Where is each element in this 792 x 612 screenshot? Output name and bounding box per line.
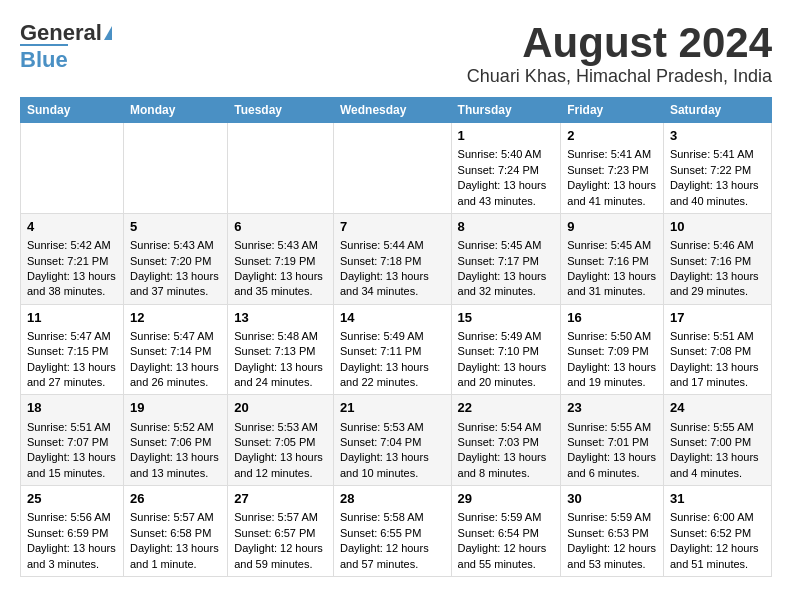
day-info: Sunrise: 5:53 AM xyxy=(340,420,445,435)
week-row-2: 4Sunrise: 5:42 AMSunset: 7:21 PMDaylight… xyxy=(21,213,772,304)
day-number: 27 xyxy=(234,490,327,508)
day-number: 25 xyxy=(27,490,117,508)
calendar-cell: 23Sunrise: 5:55 AMSunset: 7:01 PMDayligh… xyxy=(561,395,664,486)
calendar-cell: 17Sunrise: 5:51 AMSunset: 7:08 PMDayligh… xyxy=(663,304,771,395)
day-info: Sunrise: 5:52 AM xyxy=(130,420,221,435)
day-info: Sunrise: 5:43 AM xyxy=(234,238,327,253)
day-info: Daylight: 13 hours and 27 minutes. xyxy=(27,360,117,391)
calendar-cell: 15Sunrise: 5:49 AMSunset: 7:10 PMDayligh… xyxy=(451,304,561,395)
calendar-cell xyxy=(123,123,227,214)
header-row: Sunday Monday Tuesday Wednesday Thursday… xyxy=(21,98,772,123)
calendar-cell: 1Sunrise: 5:40 AMSunset: 7:24 PMDaylight… xyxy=(451,123,561,214)
day-info: Sunrise: 5:57 AM xyxy=(130,510,221,525)
calendar-cell: 16Sunrise: 5:50 AMSunset: 7:09 PMDayligh… xyxy=(561,304,664,395)
calendar-cell: 5Sunrise: 5:43 AMSunset: 7:20 PMDaylight… xyxy=(123,213,227,304)
calendar-cell: 12Sunrise: 5:47 AMSunset: 7:14 PMDayligh… xyxy=(123,304,227,395)
day-info: Sunrise: 5:51 AM xyxy=(27,420,117,435)
day-info: Daylight: 13 hours and 3 minutes. xyxy=(27,541,117,572)
day-info: Sunset: 7:09 PM xyxy=(567,344,657,359)
day-info: Daylight: 13 hours and 32 minutes. xyxy=(458,269,555,300)
day-info: Sunset: 6:59 PM xyxy=(27,526,117,541)
day-info: Sunset: 7:07 PM xyxy=(27,435,117,450)
day-info: Sunrise: 5:55 AM xyxy=(670,420,765,435)
day-number: 3 xyxy=(670,127,765,145)
day-number: 29 xyxy=(458,490,555,508)
day-info: Daylight: 12 hours and 51 minutes. xyxy=(670,541,765,572)
day-info: Sunset: 7:01 PM xyxy=(567,435,657,450)
day-number: 5 xyxy=(130,218,221,236)
day-info: Daylight: 13 hours and 13 minutes. xyxy=(130,450,221,481)
col-friday: Friday xyxy=(561,98,664,123)
day-info: Sunrise: 5:45 AM xyxy=(567,238,657,253)
day-info: Sunset: 7:08 PM xyxy=(670,344,765,359)
day-info: Daylight: 13 hours and 35 minutes. xyxy=(234,269,327,300)
day-number: 6 xyxy=(234,218,327,236)
day-info: Sunset: 7:13 PM xyxy=(234,344,327,359)
day-info: Sunrise: 5:41 AM xyxy=(670,147,765,162)
day-info: Sunset: 7:22 PM xyxy=(670,163,765,178)
day-number: 26 xyxy=(130,490,221,508)
calendar-cell: 22Sunrise: 5:54 AMSunset: 7:03 PMDayligh… xyxy=(451,395,561,486)
day-info: Sunset: 6:52 PM xyxy=(670,526,765,541)
day-info: Sunrise: 5:59 AM xyxy=(458,510,555,525)
day-number: 15 xyxy=(458,309,555,327)
day-info: Daylight: 13 hours and 34 minutes. xyxy=(340,269,445,300)
calendar-cell: 27Sunrise: 5:57 AMSunset: 6:57 PMDayligh… xyxy=(228,486,334,577)
day-info: Sunrise: 5:40 AM xyxy=(458,147,555,162)
day-info: Sunset: 7:04 PM xyxy=(340,435,445,450)
page-header: General Blue August 2024 Chuari Khas, Hi… xyxy=(20,20,772,87)
day-info: Sunrise: 5:48 AM xyxy=(234,329,327,344)
day-info: Daylight: 13 hours and 43 minutes. xyxy=(458,178,555,209)
day-info: Sunrise: 5:49 AM xyxy=(458,329,555,344)
calendar-cell: 26Sunrise: 5:57 AMSunset: 6:58 PMDayligh… xyxy=(123,486,227,577)
day-number: 11 xyxy=(27,309,117,327)
month-year-title: August 2024 xyxy=(467,20,772,66)
day-info: Daylight: 13 hours and 19 minutes. xyxy=(567,360,657,391)
week-row-3: 11Sunrise: 5:47 AMSunset: 7:15 PMDayligh… xyxy=(21,304,772,395)
calendar-cell: 20Sunrise: 5:53 AMSunset: 7:05 PMDayligh… xyxy=(228,395,334,486)
col-saturday: Saturday xyxy=(663,98,771,123)
calendar-cell: 11Sunrise: 5:47 AMSunset: 7:15 PMDayligh… xyxy=(21,304,124,395)
col-monday: Monday xyxy=(123,98,227,123)
col-wednesday: Wednesday xyxy=(333,98,451,123)
day-number: 2 xyxy=(567,127,657,145)
day-info: Sunset: 7:00 PM xyxy=(670,435,765,450)
calendar-cell: 10Sunrise: 5:46 AMSunset: 7:16 PMDayligh… xyxy=(663,213,771,304)
day-number: 12 xyxy=(130,309,221,327)
day-info: Sunset: 7:06 PM xyxy=(130,435,221,450)
day-info: Daylight: 13 hours and 15 minutes. xyxy=(27,450,117,481)
logo-triangle-icon xyxy=(104,26,112,40)
day-info: Sunset: 6:55 PM xyxy=(340,526,445,541)
calendar-cell: 8Sunrise: 5:45 AMSunset: 7:17 PMDaylight… xyxy=(451,213,561,304)
day-info: Sunrise: 5:51 AM xyxy=(670,329,765,344)
calendar-cell: 7Sunrise: 5:44 AMSunset: 7:18 PMDaylight… xyxy=(333,213,451,304)
day-info: Daylight: 13 hours and 22 minutes. xyxy=(340,360,445,391)
calendar-cell: 14Sunrise: 5:49 AMSunset: 7:11 PMDayligh… xyxy=(333,304,451,395)
calendar-cell xyxy=(21,123,124,214)
calendar-cell xyxy=(333,123,451,214)
day-info: Daylight: 13 hours and 17 minutes. xyxy=(670,360,765,391)
day-info: Sunset: 7:16 PM xyxy=(567,254,657,269)
day-info: Daylight: 13 hours and 6 minutes. xyxy=(567,450,657,481)
day-info: Sunrise: 5:47 AM xyxy=(27,329,117,344)
day-info: Daylight: 12 hours and 59 minutes. xyxy=(234,541,327,572)
day-info: Sunrise: 5:50 AM xyxy=(567,329,657,344)
day-info: Daylight: 13 hours and 31 minutes. xyxy=(567,269,657,300)
day-number: 18 xyxy=(27,399,117,417)
day-info: Daylight: 13 hours and 4 minutes. xyxy=(670,450,765,481)
day-number: 10 xyxy=(670,218,765,236)
location-subtitle: Chuari Khas, Himachal Pradesh, India xyxy=(467,66,772,87)
day-info: Sunrise: 5:43 AM xyxy=(130,238,221,253)
day-info: Sunrise: 5:57 AM xyxy=(234,510,327,525)
day-info: Sunset: 7:19 PM xyxy=(234,254,327,269)
day-info: Sunrise: 5:41 AM xyxy=(567,147,657,162)
day-info: Sunset: 6:57 PM xyxy=(234,526,327,541)
week-row-5: 25Sunrise: 5:56 AMSunset: 6:59 PMDayligh… xyxy=(21,486,772,577)
day-info: Daylight: 13 hours and 8 minutes. xyxy=(458,450,555,481)
day-number: 4 xyxy=(27,218,117,236)
day-info: Daylight: 13 hours and 26 minutes. xyxy=(130,360,221,391)
day-info: Daylight: 13 hours and 20 minutes. xyxy=(458,360,555,391)
day-info: Sunrise: 5:54 AM xyxy=(458,420,555,435)
calendar-cell: 13Sunrise: 5:48 AMSunset: 7:13 PMDayligh… xyxy=(228,304,334,395)
day-info: Sunset: 7:10 PM xyxy=(458,344,555,359)
